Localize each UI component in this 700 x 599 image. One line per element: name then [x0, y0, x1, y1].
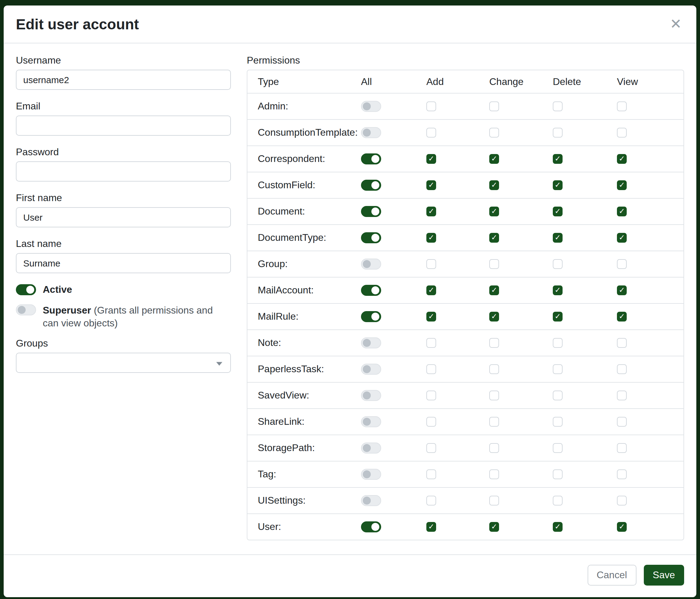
perm-all-toggle[interactable] — [361, 127, 381, 138]
perm-add-checkbox[interactable] — [426, 338, 436, 348]
perm-view-checkbox[interactable] — [617, 496, 627, 505]
active-toggle[interactable] — [16, 284, 36, 295]
perm-add-checkbox[interactable] — [426, 496, 436, 505]
perm-add-checkbox[interactable] — [426, 364, 436, 374]
perm-all-toggle[interactable] — [361, 364, 381, 375]
perm-all-toggle[interactable] — [361, 101, 381, 112]
perm-all-toggle[interactable] — [361, 495, 381, 506]
perm-add-checkbox[interactable] — [426, 154, 436, 164]
perm-change-checkbox[interactable] — [489, 154, 499, 164]
perm-delete-checkbox[interactable] — [553, 417, 562, 427]
email-field[interactable] — [16, 116, 231, 136]
cancel-button[interactable]: Cancel — [587, 565, 636, 585]
perm-view-checkbox[interactable] — [617, 443, 627, 453]
perm-all-toggle[interactable] — [361, 232, 381, 243]
groups-select[interactable] — [16, 353, 231, 373]
perm-view-checkbox[interactable] — [617, 233, 627, 243]
perm-delete-checkbox[interactable] — [553, 470, 562, 479]
perm-change-checkbox[interactable] — [489, 207, 499, 216]
perm-add-checkbox[interactable] — [426, 207, 436, 216]
perm-add-checkbox[interactable] — [426, 233, 436, 243]
perm-view-checkbox[interactable] — [617, 470, 627, 479]
perm-view-checkbox[interactable] — [617, 364, 627, 374]
close-icon[interactable]: ✕ — [667, 16, 684, 32]
perm-add-checkbox[interactable] — [426, 470, 436, 479]
perm-view-checkbox[interactable] — [617, 338, 627, 348]
perm-add-checkbox[interactable] — [426, 312, 436, 321]
perm-delete-checkbox[interactable] — [553, 259, 562, 269]
perm-view-checkbox[interactable] — [617, 312, 627, 321]
password-group: Password — [16, 146, 231, 182]
chevron-down-icon — [216, 362, 222, 365]
perm-change-checkbox[interactable] — [489, 259, 499, 269]
perm-change-checkbox[interactable] — [489, 364, 499, 374]
perm-delete-checkbox[interactable] — [553, 522, 562, 532]
username-label: Username — [16, 54, 231, 66]
perm-delete-checkbox[interactable] — [553, 338, 562, 348]
perm-delete-checkbox[interactable] — [553, 233, 562, 243]
perm-delete-checkbox[interactable] — [553, 154, 562, 164]
perm-view-checkbox[interactable] — [617, 522, 627, 532]
perm-change-checkbox[interactable] — [489, 180, 499, 190]
perm-delete-checkbox[interactable] — [553, 443, 562, 453]
perm-delete-checkbox[interactable] — [553, 180, 562, 190]
perm-change-checkbox[interactable] — [489, 443, 499, 453]
perm-view-checkbox[interactable] — [617, 285, 627, 295]
perm-change-checkbox[interactable] — [489, 128, 499, 138]
perm-view-checkbox[interactable] — [617, 207, 627, 216]
perm-view-checkbox[interactable] — [617, 128, 627, 138]
perm-delete-checkbox[interactable] — [553, 364, 562, 374]
perm-all-toggle[interactable] — [361, 469, 381, 480]
perm-all-toggle[interactable] — [361, 180, 381, 191]
perm-change-checkbox[interactable] — [489, 285, 499, 295]
save-button[interactable]: Save — [644, 565, 684, 585]
perm-all-toggle[interactable] — [361, 390, 381, 401]
perm-view-checkbox[interactable] — [617, 180, 627, 190]
perm-delete-checkbox[interactable] — [553, 101, 562, 111]
username-input[interactable] — [16, 70, 231, 90]
perm-all-toggle[interactable] — [361, 311, 381, 322]
email-group: Email — [16, 100, 231, 136]
perm-add-checkbox[interactable] — [426, 443, 436, 453]
perm-all-toggle[interactable] — [361, 337, 381, 349]
perm-change-checkbox[interactable] — [489, 101, 499, 111]
perm-all-toggle[interactable] — [361, 521, 381, 532]
perm-view-checkbox[interactable] — [617, 101, 627, 111]
perm-delete-checkbox[interactable] — [553, 312, 562, 321]
perm-add-checkbox[interactable] — [426, 390, 436, 400]
perm-add-checkbox[interactable] — [426, 101, 436, 111]
perm-view-checkbox[interactable] — [617, 154, 627, 164]
perm-add-checkbox[interactable] — [426, 259, 436, 269]
perm-change-checkbox[interactable] — [489, 417, 499, 427]
perm-delete-checkbox[interactable] — [553, 207, 562, 216]
perm-all-toggle[interactable] — [361, 416, 381, 427]
password-field[interactable] — [16, 161, 231, 182]
perm-add-checkbox[interactable] — [426, 522, 436, 532]
perm-change-checkbox[interactable] — [489, 338, 499, 348]
perm-change-checkbox[interactable] — [489, 496, 499, 505]
first-name-field[interactable] — [16, 207, 231, 227]
last-name-field[interactable] — [16, 253, 231, 273]
perm-delete-checkbox[interactable] — [553, 285, 562, 295]
perm-add-checkbox[interactable] — [426, 417, 436, 427]
perm-all-toggle[interactable] — [361, 206, 381, 217]
perm-change-checkbox[interactable] — [489, 312, 499, 321]
perm-add-checkbox[interactable] — [426, 128, 436, 138]
superuser-toggle[interactable] — [16, 304, 36, 315]
perm-delete-checkbox[interactable] — [553, 496, 562, 505]
perm-delete-checkbox[interactable] — [553, 390, 562, 400]
perm-all-toggle[interactable] — [361, 259, 381, 269]
perm-all-toggle[interactable] — [361, 442, 381, 454]
perm-view-checkbox[interactable] — [617, 417, 627, 427]
perm-change-checkbox[interactable] — [489, 233, 499, 243]
perm-change-checkbox[interactable] — [489, 470, 499, 479]
perm-all-toggle[interactable] — [361, 285, 381, 296]
perm-view-checkbox[interactable] — [617, 390, 627, 400]
perm-add-checkbox[interactable] — [426, 180, 436, 190]
perm-change-checkbox[interactable] — [489, 522, 499, 532]
perm-delete-checkbox[interactable] — [553, 128, 562, 138]
perm-add-checkbox[interactable] — [426, 285, 436, 295]
perm-view-checkbox[interactable] — [617, 259, 627, 269]
perm-all-toggle[interactable] — [361, 153, 381, 164]
perm-change-checkbox[interactable] — [489, 390, 499, 400]
